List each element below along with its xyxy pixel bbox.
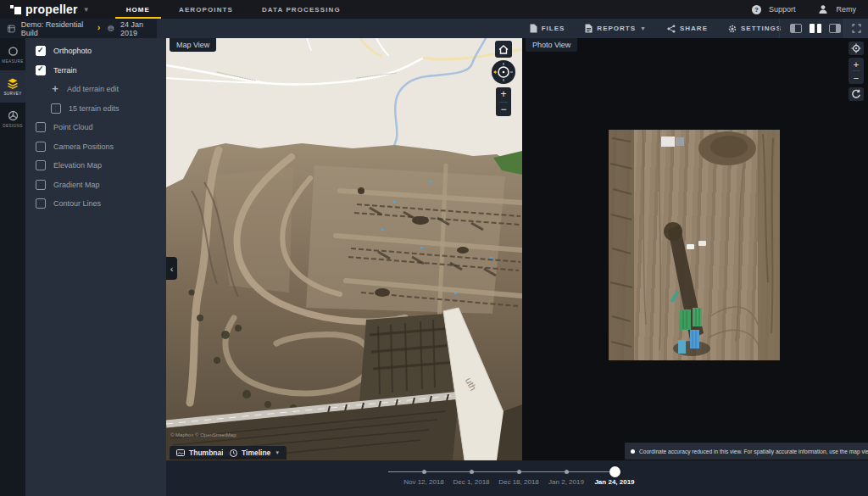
designs-icon <box>8 110 19 121</box>
chevron-right-icon: › <box>97 23 101 32</box>
point-cloud-checkbox[interactable] <box>36 122 46 132</box>
recenter-icon <box>851 43 861 53</box>
drone-photo-detail <box>609 130 780 360</box>
timeline-dot-1[interactable] <box>422 470 426 474</box>
site-icon <box>8 25 15 33</box>
app-window: propeller ▼ HOME AEROPOINTS DATA PROCESS… <box>0 0 868 496</box>
map-view-panel[interactable]: Map View uth © Mapbox © OpenStreetMap + … <box>166 38 522 460</box>
help-icon[interactable]: ? <box>752 5 761 14</box>
layer-contour-lines[interactable]: Contour Lines <box>25 194 166 214</box>
photo-view-label: Photo View <box>526 38 577 52</box>
timeline-date-5[interactable]: Jan 24, 2019 <box>594 478 634 486</box>
layer-gradient-map[interactable]: Gradient Map <box>25 176 166 195</box>
dataset-icon <box>107 24 115 33</box>
tool-rail: MEASURE SURVEY DESIGNS <box>0 38 25 496</box>
photo-view-panel[interactable]: Photo View + − <box>522 38 868 460</box>
drone-photo[interactable] <box>609 130 780 360</box>
terrain-edits-checkbox[interactable] <box>51 103 61 114</box>
photo-zoom-out-button[interactable]: − <box>854 71 859 84</box>
measure-icon <box>8 46 19 57</box>
timeline-dot-5-selected[interactable] <box>609 466 620 477</box>
settings-button[interactable]: SETTINGS <box>728 25 782 33</box>
photo-rotate-button[interactable] <box>849 87 864 101</box>
map-canvas[interactable] <box>166 38 522 460</box>
layer-terrain-edits[interactable]: 15 terrain edits <box>25 99 166 119</box>
add-terrain-edit-button[interactable]: + Add terrain edit <box>25 80 166 99</box>
timeline-date-2[interactable]: Dec 1, 2018 <box>453 478 489 486</box>
propeller-logo-icon <box>10 4 21 14</box>
support-link[interactable]: Support <box>769 5 796 14</box>
terrain-checkbox[interactable] <box>36 65 46 75</box>
logo-text: propeller <box>25 3 78 16</box>
file-icon <box>530 24 537 33</box>
map-attribution: © Mapbox © OpenStreetMap <box>170 432 236 437</box>
rail-item-survey[interactable]: SURVEY <box>0 70 25 103</box>
reports-button[interactable]: REPORTS ▼ <box>585 24 647 33</box>
fullscreen-icon <box>852 24 861 33</box>
report-icon <box>585 24 593 33</box>
tab-aeropoints[interactable]: AEROPOINTS <box>164 0 248 19</box>
gradient-map-checkbox[interactable] <box>36 180 46 190</box>
fullscreen-button[interactable] <box>843 19 868 38</box>
zoom-out-button[interactable]: − <box>500 102 506 116</box>
map-zoom-control: + − <box>496 87 511 116</box>
rail-item-measure[interactable]: MEASURE <box>0 38 25 70</box>
share-button[interactable]: SHARE <box>667 25 708 33</box>
toolbar: Demo: Residential Build › 24 Jan 2019 FI… <box>0 19 868 38</box>
timeline-dot-3[interactable] <box>517 470 521 474</box>
accuracy-notice-bar: Coordinate accuracy reduced in this view… <box>625 443 868 460</box>
propeller-logo[interactable]: propeller ▼ <box>10 3 90 16</box>
zoom-in-button[interactable]: + <box>500 87 506 102</box>
layers-panel: Orthophoto Terrain + Add terrain edit 15… <box>25 38 166 496</box>
compass-icon <box>492 60 515 84</box>
layout-split-view-icon[interactable] <box>810 24 821 33</box>
map-view-label: Map View <box>170 38 216 52</box>
timeline-dot-4[interactable] <box>565 470 569 474</box>
layout-toggles <box>779 19 841 38</box>
orthophoto-checkbox[interactable] <box>36 46 46 56</box>
layer-orthophoto[interactable]: Orthophoto <box>25 42 166 61</box>
photo-zoom-in-button[interactable]: + <box>854 58 859 70</box>
home-icon <box>498 45 509 54</box>
top-nav-right: ? Support Remy <box>752 4 856 14</box>
timeline-clock-icon <box>230 449 237 457</box>
layer-point-cloud[interactable]: Point Cloud <box>25 118 166 137</box>
timeline-date-1[interactable]: Nov 12, 2018 <box>403 478 444 486</box>
layer-camera-positions[interactable]: Camera Positions <box>25 137 166 157</box>
gear-icon <box>728 25 737 33</box>
files-button[interactable]: FILES <box>530 24 565 33</box>
timeline-button[interactable]: Timeline ▼ <box>223 446 287 460</box>
elevation-map-checkbox[interactable] <box>36 160 46 170</box>
user-name[interactable]: Remy <box>836 5 856 14</box>
map-home-button[interactable] <box>495 41 512 58</box>
primary-nav-tabs: HOME AEROPOINTS DATA PROCESSING <box>112 0 355 19</box>
chevron-down-icon: ▼ <box>275 450 280 455</box>
thumbnails-icon <box>176 449 185 456</box>
map-compass-control[interactable] <box>492 60 515 84</box>
breadcrumb-site[interactable]: Demo: Residential Build <box>21 20 92 37</box>
layout-left-panel-icon[interactable] <box>790 24 802 33</box>
user-avatar-icon[interactable] <box>818 4 828 14</box>
layer-elevation-map[interactable]: Elevation Map <box>25 156 166 176</box>
share-icon <box>667 25 676 33</box>
info-dot-icon <box>631 449 635 454</box>
layer-terrain[interactable]: Terrain <box>25 61 166 81</box>
camera-positions-checkbox[interactable] <box>36 142 46 152</box>
collapse-panel-handle[interactable]: ‹ <box>166 257 177 280</box>
chevron-down-icon: ▼ <box>640 25 647 31</box>
photo-zoom-control: + − <box>849 58 864 84</box>
breadcrumb: Demo: Residential Build › 24 Jan 2019 <box>0 19 157 38</box>
photo-recenter-button[interactable] <box>849 42 864 55</box>
tab-home[interactable]: HOME <box>112 0 164 19</box>
tab-data-processing[interactable]: DATA PROCESSING <box>248 0 355 19</box>
breadcrumb-date[interactable]: 24 Jan 2019 <box>120 20 157 37</box>
survey-layers-icon <box>7 78 19 89</box>
rail-item-designs[interactable]: DESIGNS <box>0 103 25 135</box>
timeline-date-4[interactable]: Jan 2, 2019 <box>548 478 584 486</box>
timeline-date-3[interactable]: Dec 18, 2018 <box>498 478 539 486</box>
rotate-icon <box>851 89 861 99</box>
chevron-down-icon[interactable]: ▼ <box>83 6 90 14</box>
contour-lines-checkbox[interactable] <box>36 198 46 209</box>
layout-right-panel-icon[interactable] <box>829 24 841 33</box>
timeline-dot-2[interactable] <box>470 470 474 474</box>
